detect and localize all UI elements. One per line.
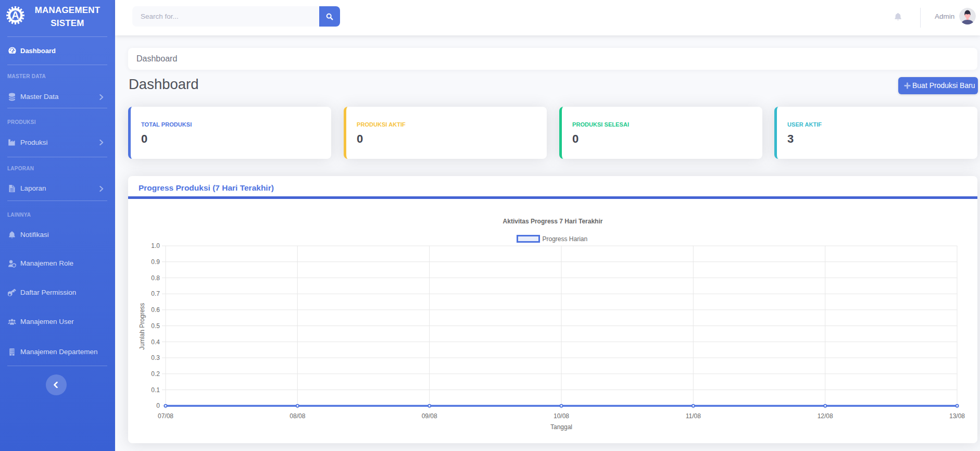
svg-text:Aktivitas Progress 7 Hari Tera: Aktivitas Progress 7 Hari Terakhir: [503, 218, 603, 225]
svg-text:0.3: 0.3: [151, 354, 160, 361]
svg-text:0.6: 0.6: [151, 306, 160, 314]
svg-text:Tanggal: Tanggal: [550, 423, 572, 431]
svg-text:Jumlah Progress: Jumlah Progress: [139, 303, 146, 350]
svg-text:08/08: 08/08: [290, 412, 305, 420]
svg-text:11/08: 11/08: [686, 412, 701, 420]
svg-text:10/08: 10/08: [554, 412, 569, 420]
svg-text:0.7: 0.7: [151, 290, 160, 297]
svg-text:07/08: 07/08: [158, 412, 173, 420]
svg-text:12/08: 12/08: [818, 412, 833, 420]
svg-text:0.2: 0.2: [151, 370, 160, 378]
svg-text:A: A: [11, 9, 19, 21]
svg-text:0.8: 0.8: [151, 274, 160, 282]
svg-text:13/08: 13/08: [949, 412, 965, 420]
svg-text:0.4: 0.4: [151, 339, 160, 346]
svg-text:0.9: 0.9: [151, 258, 160, 266]
svg-text:1.0: 1.0: [151, 242, 160, 249]
svg-text:Progress Harian: Progress Harian: [543, 235, 588, 243]
svg-text:0.5: 0.5: [151, 322, 160, 330]
svg-text:0: 0: [156, 402, 160, 409]
svg-text:0.1: 0.1: [151, 386, 160, 394]
svg-text:09/08: 09/08: [422, 412, 437, 420]
